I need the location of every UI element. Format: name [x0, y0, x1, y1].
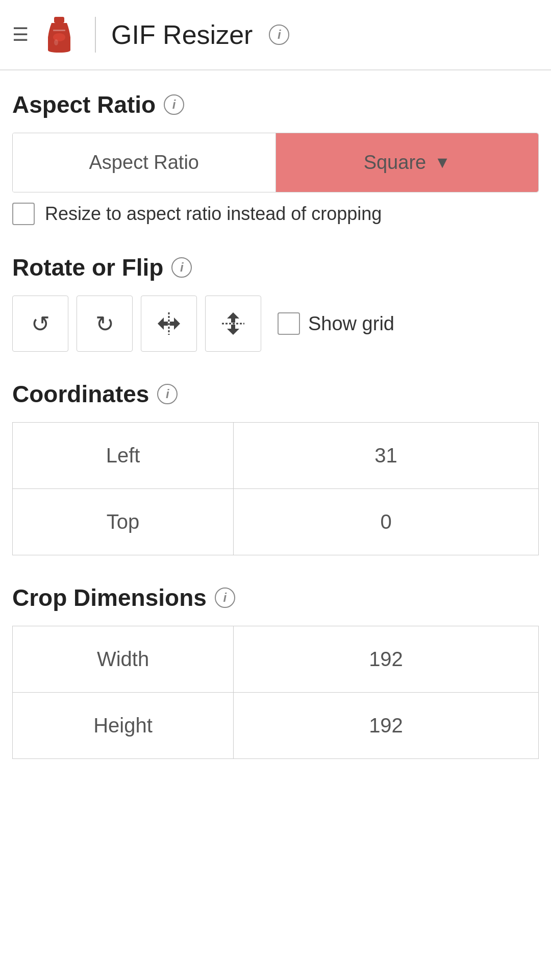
- crop-dimensions-header: Crop Dimensions i: [12, 584, 539, 611]
- app-header: ☰ GIF Resizer i: [0, 0, 551, 70]
- coordinates-header: Coordinates i: [12, 380, 539, 408]
- coordinates-info-icon[interactable]: i: [157, 384, 178, 404]
- header-info-icon[interactable]: i: [269, 24, 289, 45]
- aspect-ratio-row: Aspect Ratio Square ▼: [12, 133, 539, 192]
- coordinates-title: Coordinates: [12, 380, 149, 408]
- rotate-flip-title: Rotate or Flip: [12, 254, 163, 281]
- table-row: Left 31: [13, 423, 539, 489]
- dropdown-arrow-icon: ▼: [434, 153, 450, 172]
- rotate-flip-header: Rotate or Flip i: [12, 254, 539, 281]
- main-content: Aspect Ratio i Aspect Ratio Square ▼ Res…: [0, 70, 551, 808]
- svg-marker-8: [227, 312, 239, 323]
- resize-checkbox[interactable]: [12, 203, 35, 225]
- aspect-ratio-dropdown[interactable]: Square ▼: [276, 133, 539, 192]
- menu-icon[interactable]: ☰: [12, 26, 29, 44]
- aspect-ratio-header: Aspect Ratio i: [12, 91, 539, 118]
- svg-marker-6: [170, 317, 180, 330]
- top-value[interactable]: 0: [234, 489, 539, 555]
- rotate-buttons-row: ↺ ↻ Show grid: [12, 296, 539, 352]
- left-label: Left: [13, 423, 234, 489]
- coordinates-section: Coordinates i Left 31 Top 0: [12, 380, 539, 555]
- rotate-flip-info-icon[interactable]: i: [171, 257, 192, 278]
- show-grid-row: Show grid: [278, 312, 394, 335]
- aspect-ratio-value: Square: [364, 152, 427, 174]
- table-row: Width 192: [13, 626, 539, 693]
- table-row: Height 192: [13, 693, 539, 759]
- aspect-ratio-section: Aspect Ratio i Aspect Ratio Square ▼ Res…: [12, 91, 539, 225]
- svg-marker-9: [227, 325, 239, 335]
- rotate-flip-section: Rotate or Flip i ↺ ↻: [12, 254, 539, 352]
- flip-horizontal-icon: [156, 310, 182, 337]
- resize-checkbox-label: Resize to aspect ratio instead of croppi…: [45, 203, 382, 225]
- show-grid-checkbox[interactable]: [278, 312, 300, 335]
- rotate-right-button[interactable]: ↻: [77, 296, 133, 352]
- crop-dimensions-title: Crop Dimensions: [12, 584, 207, 611]
- crop-dimensions-info-icon[interactable]: i: [215, 587, 235, 608]
- flip-vertical-icon: [220, 310, 246, 337]
- svg-rect-0: [54, 17, 64, 23]
- height-label: Height: [13, 693, 234, 759]
- rotate-left-icon: ↺: [31, 311, 50, 337]
- app-title: GIF Resizer: [111, 19, 253, 50]
- app-logo: [39, 14, 80, 55]
- crop-dimensions-table: Width 192 Height 192: [12, 626, 539, 759]
- resize-checkbox-row: Resize to aspect ratio instead of croppi…: [12, 203, 539, 225]
- svg-rect-2: [53, 30, 65, 31]
- svg-point-3: [54, 39, 58, 45]
- svg-marker-5: [158, 317, 168, 330]
- aspect-ratio-info-icon[interactable]: i: [164, 94, 184, 115]
- header-divider: [95, 17, 96, 53]
- aspect-ratio-title: Aspect Ratio: [12, 91, 156, 118]
- height-value[interactable]: 192: [234, 693, 539, 759]
- width-label: Width: [13, 626, 234, 693]
- coordinates-table: Left 31 Top 0: [12, 422, 539, 555]
- rotate-right-icon: ↻: [95, 311, 114, 337]
- table-row: Top 0: [13, 489, 539, 555]
- flip-vertical-button[interactable]: [205, 296, 261, 352]
- crop-dimensions-section: Crop Dimensions i Width 192 Height 192: [12, 584, 539, 759]
- flip-horizontal-button[interactable]: [141, 296, 197, 352]
- rotate-left-button[interactable]: ↺: [12, 296, 68, 352]
- left-value[interactable]: 31: [234, 423, 539, 489]
- top-label: Top: [13, 489, 234, 555]
- width-value[interactable]: 192: [234, 626, 539, 693]
- show-grid-label: Show grid: [308, 313, 394, 335]
- aspect-ratio-label: Aspect Ratio: [13, 133, 276, 192]
